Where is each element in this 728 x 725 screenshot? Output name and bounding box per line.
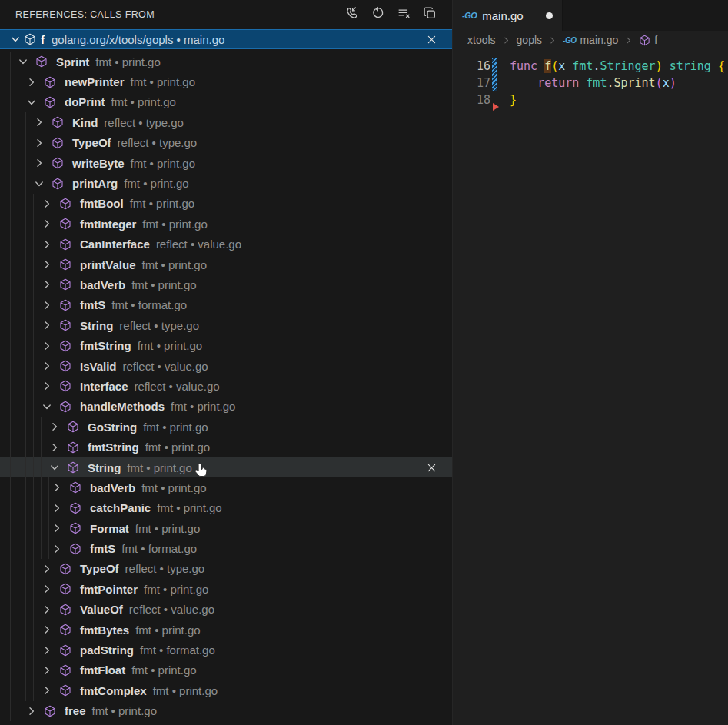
chevron-right-icon[interactable] — [41, 380, 53, 392]
code-line-16[interactable]: 16func f(x fmt.Stringer) string { — [453, 58, 728, 75]
chevron-right-icon[interactable] — [33, 137, 45, 149]
breadcrumb-item-xtools[interactable]: xtools — [467, 34, 496, 46]
chevron-right-icon[interactable] — [41, 319, 53, 331]
close-icon[interactable] — [424, 32, 438, 46]
tree-item[interactable]: TypeOf reflect • type.go — [0, 559, 452, 579]
indent-guide — [18, 194, 18, 214]
tree-item[interactable]: fmtComplex fmt • print.go — [0, 680, 452, 700]
tree-item[interactable]: IsValid reflect • value.go — [0, 356, 452, 376]
chevron-right-icon[interactable] — [25, 76, 38, 88]
tree-item[interactable]: fmtFloat fmt • print.go — [0, 660, 452, 680]
tree-item[interactable]: doPrint fmt • print.go — [0, 92, 452, 112]
chevron-right-icon[interactable] — [33, 157, 45, 169]
chevron-right-icon[interactable] — [41, 299, 53, 311]
code-line-17[interactable]: 17 return fmt.Sprint(x) — [453, 75, 728, 91]
tree-item[interactable]: newPrinter fmt • print.go — [0, 72, 452, 91]
chevron-right-icon[interactable] — [41, 360, 53, 372]
chevron-down-icon[interactable] — [9, 33, 22, 45]
indent-guide — [25, 620, 26, 640]
tree-item[interactable]: String fmt • print.go — [0, 457, 452, 477]
breadcrumb-item-f[interactable]: f — [639, 34, 657, 46]
chevron-right-icon[interactable] — [41, 198, 53, 210]
tree-item[interactable]: String reflect • type.go — [0, 315, 452, 335]
chevron-right-icon[interactable] — [41, 604, 53, 616]
tree-item[interactable]: fmtS fmt • format.go — [0, 295, 452, 315]
breadcrumb-item-gopls[interactable]: gopls — [517, 34, 542, 46]
tree-item[interactable]: fmtString fmt • print.go — [0, 335, 452, 355]
indent-guide — [48, 538, 49, 558]
chevron-down-icon[interactable] — [25, 96, 38, 108]
copy-button[interactable] — [421, 6, 438, 23]
code-editor[interactable]: 16func f(x fmt.Stringer) string {17 retu… — [453, 49, 728, 725]
chevron-right-icon[interactable] — [41, 278, 53, 291]
tree-item[interactable]: CanInterface reflect • value.go — [0, 234, 452, 254]
chevron-right-icon[interactable] — [41, 218, 53, 230]
call-hierarchy-root-item[interactable]: f golang.org/x/tools/gopls • main.go — [0, 29, 452, 49]
chevron-right-icon[interactable] — [41, 563, 53, 575]
tree-item[interactable]: TypeOf reflect • type.go — [0, 133, 452, 153]
tree-item[interactable]: badVerb fmt • print.go — [0, 274, 452, 294]
chevron-down-icon[interactable] — [33, 178, 45, 190]
tree-item[interactable]: fmtInteger fmt • print.go — [0, 214, 452, 234]
chevron-down-icon[interactable] — [17, 55, 29, 68]
close-icon[interactable] — [424, 461, 438, 474]
tree-item[interactable]: fmtString fmt • print.go — [0, 437, 452, 457]
clear-list-button[interactable] — [395, 6, 412, 23]
tree-item-description: fmt • print.go — [144, 583, 208, 596]
tree-item[interactable]: padString fmt • format.go — [0, 640, 452, 660]
tree-item[interactable]: Format fmt • print.go — [0, 518, 452, 538]
symbol-method-icon — [59, 278, 71, 291]
tree-item[interactable]: writeByte fmt • print.go — [0, 153, 452, 173]
chevron-right-icon[interactable] — [25, 705, 38, 717]
chevron-right-icon[interactable] — [41, 684, 53, 697]
indent-guide — [33, 559, 34, 579]
chevron-right-icon[interactable] — [41, 664, 53, 677]
tree-item[interactable]: fmtS fmt • format.go — [0, 538, 452, 558]
indent-guide — [18, 579, 18, 599]
chevron-right-icon[interactable] — [41, 258, 53, 271]
chevron-right-icon[interactable] — [41, 583, 53, 595]
chevron-right-icon[interactable] — [51, 481, 63, 494]
tab-main-go[interactable]: -GO main.go — [453, 0, 563, 31]
tree-item[interactable]: Interface reflect • value.go — [0, 376, 452, 396]
refresh-button[interactable] — [369, 6, 386, 23]
tree-item[interactable]: badVerb fmt • print.go — [0, 477, 452, 497]
chevron-right-icon[interactable] — [41, 624, 53, 636]
modified-dot-icon[interactable] — [546, 12, 553, 19]
tree-item[interactable]: ValueOf reflect • value.go — [0, 600, 452, 620]
chevron-right-icon[interactable] — [51, 502, 63, 514]
symbol-method-icon — [59, 360, 71, 372]
symbol-method-icon — [59, 340, 71, 352]
indent-guide — [33, 437, 34, 457]
tree-item[interactable]: fmtBool fmt • print.go — [0, 194, 452, 214]
chevron-right-icon[interactable] — [48, 421, 61, 433]
symbol-method-icon — [59, 299, 71, 311]
tree-item[interactable]: handleMethods fmt • print.go — [0, 397, 452, 417]
tree-item[interactable]: Kind reflect • type.go — [0, 112, 452, 132]
vscode-window: REFERENCES: CALLS FROM f golang.org/x/to… — [0, 0, 728, 725]
indent-guide — [25, 173, 26, 193]
chevron-right-icon[interactable] — [51, 522, 63, 534]
call-incoming-button[interactable] — [343, 6, 360, 23]
indent-guide — [25, 538, 26, 558]
tree-item[interactable]: Sprint fmt • print.go — [0, 52, 452, 72]
chevron-down-icon[interactable] — [41, 401, 53, 413]
tree-item[interactable]: GoString fmt • print.go — [0, 417, 452, 437]
tree-item-label: Kind — [72, 116, 98, 129]
tree-item[interactable]: printValue fmt • print.go — [0, 254, 452, 274]
breadcrumb-item-main-go[interactable]: -GOmain.go — [563, 34, 618, 46]
tree-item[interactable]: fmtBytes fmt • print.go — [0, 620, 452, 640]
tree-item[interactable]: fmtPointer fmt • print.go — [0, 579, 452, 599]
tree-item[interactable]: printArg fmt • print.go — [0, 173, 452, 193]
chevron-right-icon[interactable] — [33, 116, 45, 128]
symbol-method-icon — [52, 116, 64, 128]
indent-guide — [25, 315, 26, 335]
chevron-right-icon[interactable] — [41, 238, 53, 251]
tree-item[interactable]: free fmt • print.go — [0, 701, 452, 721]
chevron-down-icon[interactable] — [48, 461, 61, 474]
chevron-right-icon[interactable] — [48, 441, 61, 454]
tree-item[interactable]: catchPanic fmt • print.go — [0, 498, 452, 518]
chevron-right-icon[interactable] — [41, 340, 53, 352]
chevron-right-icon[interactable] — [51, 543, 63, 555]
chevron-right-icon[interactable] — [41, 644, 53, 657]
